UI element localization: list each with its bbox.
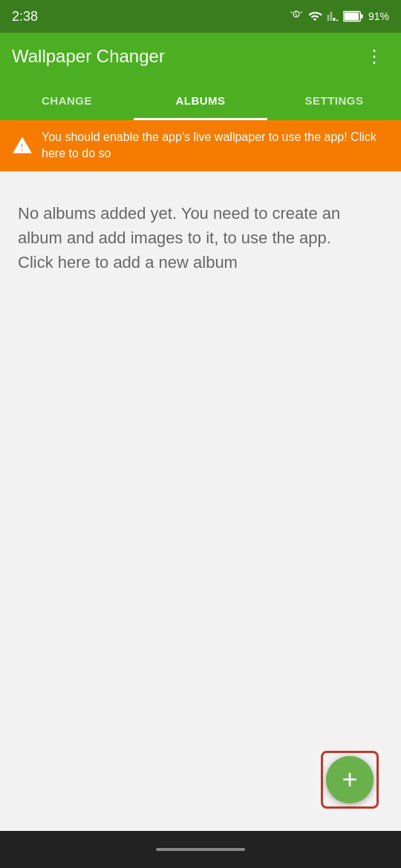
- home-indicator: [156, 848, 245, 851]
- battery-level: 91%: [368, 10, 389, 22]
- tab-settings[interactable]: SETTINGS: [267, 80, 401, 120]
- tab-change[interactable]: CHANGE: [0, 80, 134, 120]
- add-album-button[interactable]: +: [326, 756, 374, 803]
- main-content[interactable]: No albums added yet. You need to create …: [0, 171, 401, 617]
- status-icons: 91%: [290, 10, 389, 23]
- app-bar: Wallpaper Changer ⋮: [0, 33, 401, 80]
- svg-rect-1: [344, 13, 359, 20]
- add-icon: +: [342, 766, 357, 793]
- warning-icon: [12, 135, 33, 156]
- more-options-button[interactable]: ⋮: [359, 43, 389, 70]
- app-title: Wallpaper Changer: [12, 46, 165, 67]
- svg-rect-2: [361, 14, 363, 19]
- alarm-icon: [290, 10, 303, 23]
- fab-container: +: [321, 751, 379, 809]
- tab-bar: CHANGE ALBUMS SETTINGS: [0, 80, 401, 120]
- battery-icon: [343, 10, 364, 22]
- wifi-icon: [307, 10, 322, 23]
- empty-albums-message[interactable]: No albums added yet. You need to create …: [18, 201, 383, 274]
- warning-text: You should enable the app's live wallpap…: [42, 129, 389, 162]
- signal-icon: [327, 10, 339, 23]
- status-bar: 2:38 91%: [0, 0, 401, 33]
- warning-banner[interactable]: You should enable the app's live wallpap…: [0, 120, 401, 171]
- bottom-bar: [0, 831, 401, 868]
- fab-border: +: [321, 751, 379, 809]
- tab-albums[interactable]: ALBUMS: [134, 80, 267, 120]
- status-time: 2:38: [12, 9, 38, 24]
